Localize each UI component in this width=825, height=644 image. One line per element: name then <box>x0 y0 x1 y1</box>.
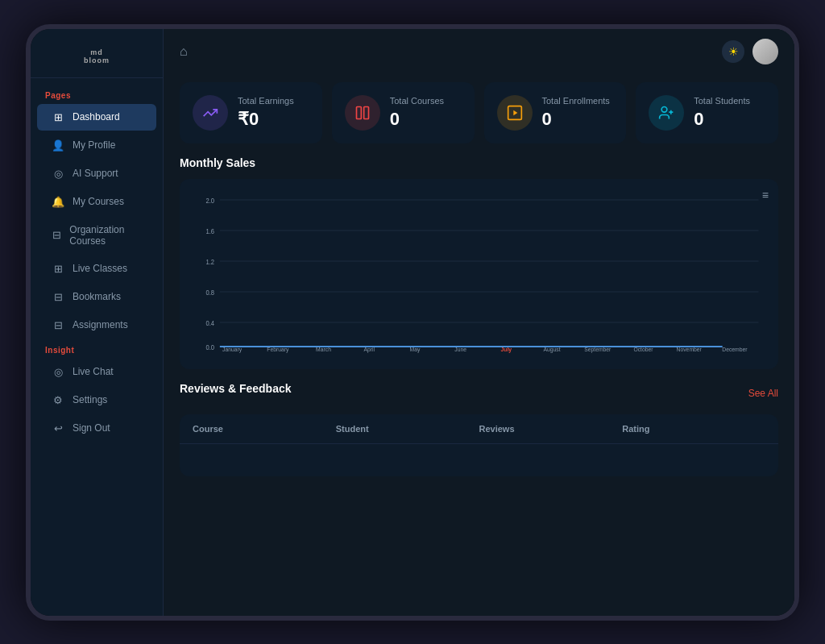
sidebar-item-label: Dashboard <box>73 111 120 123</box>
logo-text: md <box>44 48 150 56</box>
profile-icon: 👤 <box>52 139 64 152</box>
enrollments-play-icon <box>507 105 523 121</box>
sidebar-item-my-courses[interactable]: 🔔 My Courses <box>37 189 156 215</box>
courses-book-icon <box>354 105 371 121</box>
topbar-right: ☀ <box>722 39 778 64</box>
col-header-reviews: Reviews <box>479 424 623 434</box>
students-value: 0 <box>694 109 765 130</box>
sidebar: md bloom Pages ⊞ Dashboard 👤 My Profile … <box>31 29 164 616</box>
svg-text:0.4: 0.4 <box>206 318 215 327</box>
live-classes-icon: ⊞ <box>52 263 64 275</box>
svg-text:0.8: 0.8 <box>206 288 215 297</box>
courses-info: Total Courses 0 <box>390 96 462 130</box>
courses-icon-circle <box>345 95 380 131</box>
earnings-value: ₹0 <box>238 109 309 130</box>
svg-point-4 <box>661 106 667 112</box>
svg-text:2.0: 2.0 <box>206 196 215 205</box>
svg-text:July: July <box>501 345 512 353</box>
reviews-table-body <box>180 444 778 476</box>
settings-icon: ⚙ <box>52 394 64 406</box>
insight-label: Insight <box>31 339 163 358</box>
topbar-left: ⌂ <box>180 44 188 59</box>
svg-text:February: February <box>267 345 288 353</box>
chart-container: ≡ 2.0 1.6 1.2 0.8 0.4 0.0 <box>180 179 778 369</box>
chart-menu-icon[interactable]: ≡ <box>762 189 769 202</box>
svg-rect-1 <box>363 106 368 118</box>
svg-text:June: June <box>454 345 466 353</box>
pages-label: Pages <box>31 85 163 103</box>
stats-grid: Total Earnings ₹0 Total Courses 0 <box>164 74 794 156</box>
avatar[interactable] <box>752 39 778 64</box>
svg-text:1.6: 1.6 <box>206 226 215 235</box>
sidebar-item-label: Live Classes <box>73 263 127 274</box>
svg-text:December: December <box>722 345 748 353</box>
earnings-info: Total Earnings ₹0 <box>238 96 309 130</box>
org-courses-icon: ⊟ <box>52 229 61 241</box>
see-all-link[interactable]: See All <box>748 388 778 399</box>
sun-icon: ☀ <box>728 45 739 58</box>
col-header-student: Student <box>336 424 479 434</box>
sidebar-item-label: Assignments <box>73 319 128 330</box>
bookmarks-icon: ⊟ <box>52 291 64 303</box>
sidebar-item-ai-support[interactable]: ◎ AI Support <box>37 160 156 187</box>
enrollments-label: Total Enrollments <box>542 96 614 106</box>
theme-toggle-button[interactable]: ☀ <box>722 40 744 63</box>
stat-card-courses: Total Courses 0 <box>332 82 475 143</box>
svg-text:March: March <box>316 345 331 353</box>
sidebar-item-label: My Courses <box>73 196 124 207</box>
students-label: Total Students <box>694 96 765 106</box>
sidebar-item-assignments[interactable]: ⊟ Assignments <box>37 312 156 339</box>
svg-text:January: January <box>222 345 242 353</box>
sign-out-icon: ↩ <box>52 422 64 434</box>
stat-card-earnings: Total Earnings ₹0 <box>180 82 322 143</box>
earnings-label: Total Earnings <box>238 96 309 106</box>
col-header-rating: Rating <box>622 424 765 434</box>
students-info: Total Students 0 <box>694 96 765 130</box>
svg-text:August: August <box>544 345 561 353</box>
reviews-table: Course Student Reviews Rating <box>180 414 778 476</box>
assignments-icon: ⊟ <box>52 319 64 331</box>
home-icon[interactable]: ⌂ <box>180 44 188 59</box>
svg-text:April: April <box>363 345 375 353</box>
monthly-sales-title: Monthly Sales <box>180 156 778 169</box>
students-add-icon <box>658 105 674 121</box>
sidebar-logo: md bloom <box>31 42 163 78</box>
sidebar-item-settings[interactable]: ⚙ Settings <box>37 387 156 413</box>
svg-text:September: September <box>584 345 611 353</box>
svg-rect-0 <box>356 106 361 118</box>
svg-text:November: November <box>677 345 703 353</box>
sidebar-item-bookmarks[interactable]: ⊟ Bookmarks <box>37 284 156 310</box>
reviews-header: Reviews & Feedback See All <box>180 382 778 405</box>
courses-label: Total Courses <box>390 96 462 106</box>
sidebar-item-label: Bookmarks <box>73 291 121 302</box>
earnings-chart-icon <box>202 105 218 121</box>
sidebar-item-my-profile[interactable]: 👤 My Profile <box>37 132 156 159</box>
courses-value: 0 <box>390 109 462 130</box>
sidebar-item-label: Live Chat <box>73 366 114 377</box>
topbar: ⌂ ☀ <box>164 29 794 74</box>
students-icon-circle <box>649 95 684 131</box>
ai-support-icon: ◎ <box>52 168 64 180</box>
sidebar-item-label: Sign Out <box>73 422 110 434</box>
reviews-table-header: Course Student Reviews Rating <box>180 414 778 444</box>
sidebar-item-label: Settings <box>73 394 107 405</box>
sidebar-item-label: Organization Courses <box>69 224 142 247</box>
stat-card-enrollments: Total Enrollments 0 <box>484 82 627 143</box>
enrollments-icon-circle <box>497 95 533 131</box>
sidebar-item-sign-out[interactable]: ↩ Sign Out <box>37 415 156 442</box>
tablet-shell: md bloom Pages ⊞ Dashboard 👤 My Profile … <box>26 24 799 621</box>
sidebar-item-org-courses[interactable]: ⊟ Organization Courses <box>37 217 156 254</box>
enrollments-value: 0 <box>542 109 614 130</box>
sidebar-item-dashboard[interactable]: ⊞ Dashboard <box>37 104 156 131</box>
col-header-course: Course <box>193 424 336 434</box>
reviews-title: Reviews & Feedback <box>180 382 292 395</box>
monthly-sales-section: Monthly Sales ≡ 2.0 1.6 1.2 0.8 <box>164 156 794 382</box>
sidebar-item-live-chat[interactable]: ◎ Live Chat <box>37 359 156 385</box>
sidebar-item-label: My Profile <box>73 139 115 151</box>
reviews-section: Reviews & Feedback See All Course Studen… <box>164 382 794 489</box>
sidebar-item-live-classes[interactable]: ⊞ Live Classes <box>37 256 156 282</box>
svg-text:1.2: 1.2 <box>206 257 215 266</box>
sidebar-item-label: AI Support <box>73 168 118 179</box>
svg-text:October: October <box>633 345 653 353</box>
svg-marker-3 <box>513 110 517 115</box>
